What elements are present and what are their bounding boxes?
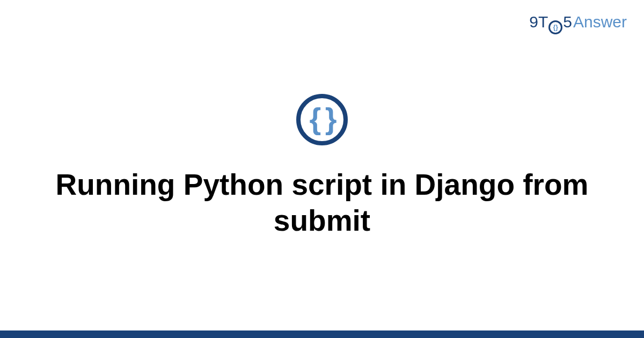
code-braces-icon: { }: [309, 104, 334, 134]
page-title: Running Python script in Django from sub…: [32, 167, 612, 239]
footer-accent-bar: [0, 330, 644, 338]
main-content: { } Running Python script in Django from…: [0, 0, 644, 333]
category-badge-icon: { }: [296, 94, 348, 145]
